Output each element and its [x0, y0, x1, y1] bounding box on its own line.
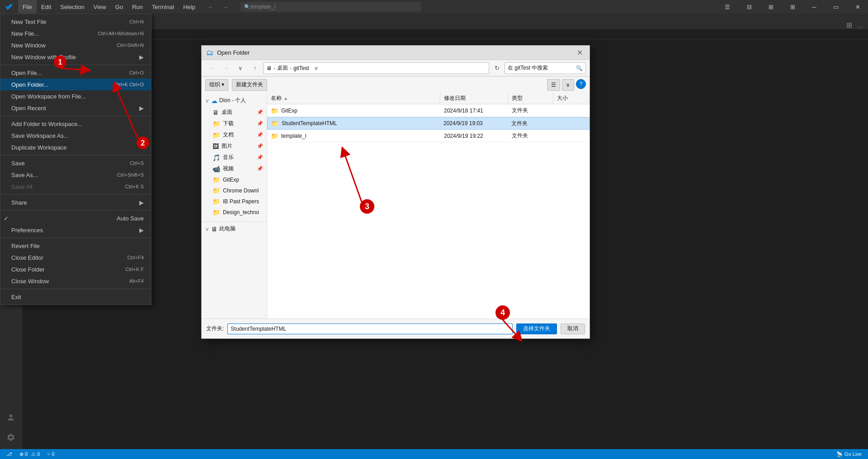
sidebar-music[interactable]: 🎵 音乐 📌 — [202, 152, 267, 163]
menu-exit[interactable]: Exit — [0, 291, 151, 303]
dialog-view-dropdown[interactable]: ∨ — [562, 79, 574, 91]
nav-back[interactable]: ← — [204, 2, 217, 12]
file-row-studenttemplate[interactable]: 📁 StudentTemplateHTML 2024/9/19 19:03 文件… — [267, 117, 590, 130]
menu-close-folder-label: Close Folder — [11, 266, 45, 273]
sidebar-desktop[interactable]: 🖥 桌面 📌 — [202, 107, 267, 118]
template-folder-icon: 📁 — [271, 132, 278, 140]
menu-share[interactable]: Share ▶ — [0, 197, 151, 208]
menu-new-window[interactable]: New Window Ctrl+Shift+N — [0, 39, 151, 51]
menu-run[interactable]: Run — [127, 0, 147, 14]
layout-icon2[interactable]: ⊟ — [739, 0, 760, 14]
dialog-bottom: 文件夹: 选择文件夹 取消 — [202, 318, 590, 338]
sidebar-documents[interactable]: 📁 文档 📌 — [202, 129, 267, 141]
menu-open-recent[interactable]: Open Recent ▶ — [0, 102, 151, 114]
titlebar-search[interactable]: 🔍 template_l — [241, 2, 421, 12]
menu-open-file[interactable]: Open File... Ctrl+O — [0, 67, 151, 79]
col-type-label: 类型 — [512, 94, 523, 102]
file-row-gitexp[interactable]: 📁 GitExp 2024/9/18 17:41 文件夹 — [267, 104, 590, 117]
menu-preferences[interactable]: Preferences ▶ — [0, 224, 151, 236]
select-folder-btn[interactable]: 选择文件夹 — [516, 323, 557, 334]
menu-close-window[interactable]: Close Window Alt+F4 — [0, 275, 151, 287]
menu-save-as[interactable]: Save As... Ctrl+Shift+S — [0, 169, 151, 181]
nav-forward[interactable]: → — [219, 2, 231, 12]
col-header-name[interactable]: 名称 ▲ — [267, 93, 440, 104]
layout-icon1[interactable]: ☰ — [717, 0, 738, 14]
golive-text: Go Live — [844, 451, 862, 457]
more-actions-icon[interactable]: … — [855, 22, 864, 29]
col-header-date[interactable]: 修改日期 — [440, 93, 508, 104]
sidebar-gitexp[interactable]: 📁 GitExp — [202, 174, 267, 185]
menu-preferences-arrow: ▶ — [139, 227, 144, 234]
breadcrumb-expand[interactable]: ∨ — [311, 65, 322, 71]
file-row-template[interactable]: 📁 template_l 2024/9/19 19:22 文件夹 — [267, 130, 590, 142]
menu-file[interactable]: File — [18, 0, 37, 14]
gitexp-type: 文件夹 — [508, 107, 553, 114]
sidebar-pictures[interactable]: 🖼 图片 📌 — [202, 141, 267, 152]
sidebar-downloads[interactable]: 📁 下载 📌 — [202, 118, 267, 129]
sidebar-ib[interactable]: 📁 IB Past Papers — [202, 196, 267, 207]
activity-manage[interactable] — [2, 428, 20, 446]
dialog-up[interactable]: ↑ — [249, 62, 261, 74]
breadcrumb-gittest[interactable]: gitTest — [293, 65, 309, 71]
statusbar-golive[interactable]: 📡 Go Live — [835, 449, 863, 459]
dialog-refresh[interactable]: ↻ — [491, 62, 503, 74]
menu-auto-save[interactable]: ✓ Auto Save — [0, 212, 151, 224]
cancel-btn[interactable]: 取消 — [561, 323, 585, 334]
menu-duplicate-workspace[interactable]: Duplicate Workspace — [0, 141, 151, 153]
dialog-close[interactable]: ✕ — [574, 47, 585, 58]
menu-new-file[interactable]: New File... Ctrl+Alt+Windows+N — [0, 28, 151, 39]
menu-save-as-shortcut: Ctrl+Shift+S — [117, 172, 144, 178]
dialog-actions-bar: 组织 ▾ 新建文件夹 ☰ ∨ ? — [202, 76, 590, 93]
activity-account[interactable] — [2, 408, 20, 426]
dialog-new-folder[interactable]: 新建文件夹 — [232, 79, 267, 91]
menu-selection[interactable]: Selection — [56, 0, 89, 14]
dialog-view-list[interactable]: ☰ — [547, 79, 560, 91]
sidebar-videos[interactable]: 📹 视频 📌 — [202, 163, 267, 174]
dialog-organize[interactable]: 组织 ▾ — [205, 79, 228, 91]
menu-save-workspace[interactable]: Save Workspace As... — [0, 130, 151, 141]
menu-view[interactable]: View — [89, 0, 111, 14]
win-restore[interactable]: ▭ — [826, 0, 846, 14]
menu-add-folder[interactable]: Add Folder to Workspace... — [0, 118, 151, 130]
filename-input[interactable] — [227, 323, 513, 334]
statusbar-git[interactable]: ⎇ — [5, 449, 14, 459]
dialog-dropdown[interactable]: ∨ — [234, 62, 247, 74]
menu-close-folder[interactable]: Close Folder Ctrl+K F — [0, 263, 151, 275]
menu-help[interactable]: Help — [179, 0, 200, 14]
menu-go[interactable]: Go — [111, 0, 127, 14]
menu-open-workspace[interactable]: Open Workspace from File... — [0, 90, 151, 102]
menu-new-text-file[interactable]: New Text File Ctrl+N — [0, 16, 151, 28]
ib-icon: 📁 — [212, 198, 220, 205]
filelist-header: 名称 ▲ 修改日期 类型 大小 — [267, 93, 590, 104]
statusbar-errors[interactable]: ⊗ 0 ⚠ 0 — [18, 449, 42, 459]
sidebar-design[interactable]: 📁 Design_techno — [202, 207, 267, 218]
menu-new-window-profile[interactable]: New Window with Profile ▶ — [0, 51, 151, 63]
col-date-label: 修改日期 — [444, 94, 466, 102]
breadcrumb-desktop[interactable]: 桌面 — [277, 64, 288, 72]
auto-save-checkmark: ✓ — [0, 215, 11, 222]
videos-icon: 📹 — [212, 165, 220, 173]
menu-open-folder[interactable]: Open Folder... Ctrl+K Ctrl+O — [0, 79, 151, 90]
file-menu: New Text File Ctrl+N New File... Ctrl+Al… — [0, 14, 151, 305]
layout-icon3[interactable]: ⊞ — [760, 0, 781, 14]
win-close[interactable]: ✕ — [847, 0, 868, 14]
split-editor-icon[interactable]: ⊞ — [844, 21, 854, 29]
statusbar-git-branch[interactable]: ⑂ 0 — [45, 449, 56, 459]
win-minimize[interactable]: ─ — [804, 0, 825, 14]
dialog-help[interactable]: ? — [576, 79, 586, 89]
menu-revert-file[interactable]: Revert File — [0, 240, 151, 252]
app-icon — [0, 0, 18, 14]
layout-icon4[interactable]: ⊞ — [782, 0, 803, 14]
sidebar-thispc[interactable]: ∨ 🖥 此电脑 — [202, 224, 267, 234]
menu-save[interactable]: Save Ctrl+S — [0, 157, 151, 169]
separator-5 — [0, 210, 151, 211]
col-header-type[interactable]: 类型 — [508, 93, 553, 104]
sidebar-chrome[interactable]: 📁 Chrome Downl — [202, 185, 267, 196]
menu-terminal[interactable]: Terminal — [147, 0, 179, 14]
menu-close-editor[interactable]: Close Editor Ctrl+F4 — [0, 252, 151, 263]
menu-edit[interactable]: Edit — [37, 0, 56, 14]
sidebar-section-cloud-header[interactable]: ∨ ☁ Dion - 个人 — [202, 95, 267, 106]
col-header-size[interactable]: 大小 — [553, 93, 590, 104]
gitexp-icon: 📁 — [212, 176, 220, 183]
sidebar-ib-label: IB Past Papers — [223, 198, 259, 205]
